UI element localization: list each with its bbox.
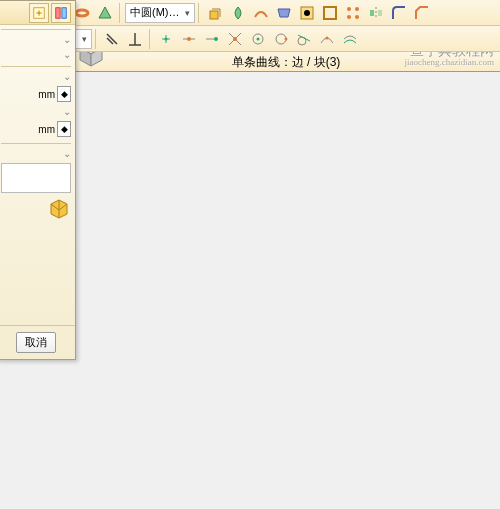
param2-row: mm ◆ (1, 121, 71, 137)
svg-rect-29 (62, 7, 66, 18)
svg-point-22 (257, 37, 260, 40)
nav-cube-icon[interactable] (76, 52, 106, 68)
intersection-icon[interactable] (224, 28, 246, 50)
mirror-icon[interactable] (365, 2, 387, 24)
watermark: jb51.net 查字典教程网 jiaocheng.chazidian.com (405, 52, 494, 68)
spinner-icon[interactable]: ◆ (57, 86, 71, 102)
svg-rect-16 (378, 10, 382, 16)
endpoint-icon[interactable] (201, 28, 223, 50)
point-icon[interactable] (155, 28, 177, 50)
svg-point-18 (187, 37, 191, 41)
svg-point-24 (285, 37, 288, 40)
center-icon[interactable] (247, 28, 269, 50)
svg-rect-28 (56, 7, 60, 18)
operation-dialog: ⌄ ⌄ ⌄ mm ◆ ⌄ mm ◆ ⌄ 取消 (0, 0, 76, 360)
param1-row: mm ◆ (1, 86, 71, 102)
svg-point-6 (76, 10, 88, 16)
sweep-icon[interactable] (250, 2, 272, 24)
loft-icon[interactable] (273, 2, 295, 24)
chamfer-icon[interactable] (411, 2, 433, 24)
svg-point-20 (233, 37, 237, 41)
viewport[interactable]: 单条曲线：边 / 块(3) Y X 单条曲线：边 / 块(3) X Y Z (72, 52, 500, 72)
fillet-icon[interactable] (388, 2, 410, 24)
spinner-icon[interactable]: ◆ (57, 121, 71, 137)
dialog-header (0, 1, 75, 25)
tangent-icon[interactable] (293, 28, 315, 50)
preview-cube-icon[interactable] (47, 197, 71, 221)
svg-rect-7 (210, 11, 218, 19)
parallel-lines-icon[interactable] (101, 28, 123, 50)
perpendicular-icon[interactable] (124, 28, 146, 50)
dialog-mode2-icon[interactable] (51, 3, 71, 23)
svg-point-12 (355, 7, 359, 11)
chevron-down-icon[interactable]: ⌄ (63, 49, 71, 60)
svg-point-13 (347, 15, 351, 19)
dialog-body: ⌄ ⌄ ⌄ mm ◆ ⌄ mm ◆ ⌄ (0, 25, 75, 325)
hole-icon[interactable] (296, 2, 318, 24)
nearest-icon[interactable] (316, 28, 338, 50)
svg-rect-15 (370, 10, 374, 16)
svg-point-19 (214, 37, 218, 41)
svg-point-26 (326, 36, 329, 39)
chevron-down-icon[interactable]: ⌄ (63, 106, 71, 117)
svg-point-14 (355, 15, 359, 19)
oncurve-icon[interactable] (339, 28, 361, 50)
unit-label: mm (38, 89, 55, 100)
extrude-icon[interactable] (204, 2, 226, 24)
svg-point-9 (304, 10, 310, 16)
chevron-down-icon[interactable]: ⌄ (63, 71, 71, 82)
combo-label: 中圆(M)… (130, 5, 180, 20)
svg-point-11 (347, 7, 351, 11)
chevron-down-icon[interactable]: ⌄ (63, 148, 71, 159)
svg-rect-10 (324, 7, 336, 19)
dialog-footer: 取消 (0, 325, 75, 359)
shell-icon[interactable] (319, 2, 341, 24)
unit-label: mm (38, 124, 55, 135)
cancel-button[interactable]: 取消 (16, 332, 56, 353)
midpoint-icon[interactable] (178, 28, 200, 50)
pattern-icon[interactable] (342, 2, 364, 24)
dialog-mode1-icon[interactable] (29, 3, 49, 23)
quadrant-icon[interactable] (270, 28, 292, 50)
cone-icon[interactable] (94, 2, 116, 24)
shape-combo[interactable]: 中圆(M)… (125, 3, 195, 23)
chevron-down-icon[interactable]: ⌄ (63, 34, 71, 45)
revolve-icon[interactable] (227, 2, 249, 24)
selection-list[interactable] (1, 163, 71, 193)
